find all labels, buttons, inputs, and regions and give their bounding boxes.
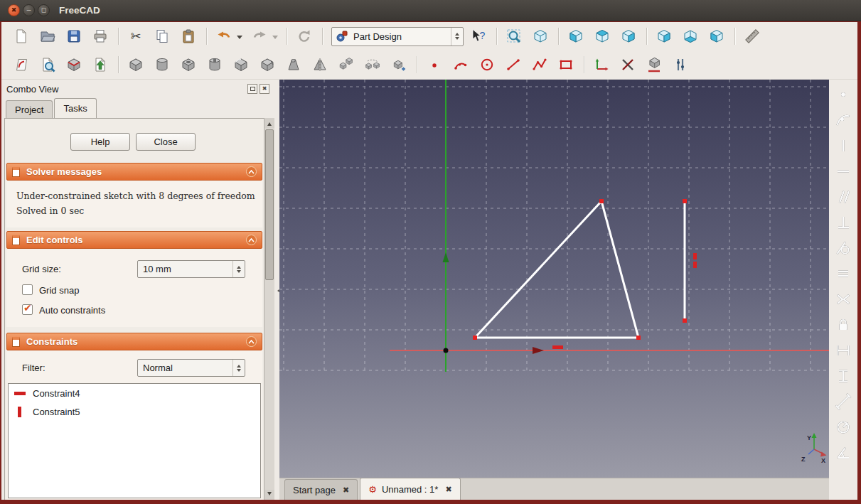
- edit-sketch-icon[interactable]: [38, 55, 58, 75]
- tab-unnamed-document[interactable]: ⚙ Unnamed : 1* ✖: [360, 478, 460, 500]
- spinner-arrows[interactable]: [232, 261, 245, 277]
- right-view-icon[interactable]: [619, 26, 638, 46]
- origin-point[interactable]: [444, 348, 449, 353]
- fit-all-icon[interactable]: [504, 26, 524, 46]
- draft-icon[interactable]: [284, 55, 304, 75]
- close-panel-icon[interactable]: ✖: [260, 84, 269, 94]
- constraint-markers[interactable]: [552, 253, 697, 349]
- top-view-icon[interactable]: [592, 26, 612, 46]
- redo-icon[interactable]: [250, 26, 269, 46]
- lock-constraint-icon[interactable]: [834, 316, 852, 334]
- auto-constraints-label[interactable]: Auto constraints: [39, 305, 105, 316]
- redo-dropdown-icon[interactable]: [272, 36, 278, 42]
- chamfer-icon[interactable]: [257, 55, 277, 75]
- vertical-distance-constraint-icon[interactable]: [834, 367, 852, 385]
- auto-constraints-checkbox[interactable]: [22, 304, 33, 315]
- help-button[interactable]: Help: [70, 133, 130, 151]
- scroll-down-icon[interactable]: [264, 490, 274, 500]
- undo-dropdown-icon[interactable]: [237, 36, 242, 42]
- new-sketch-icon[interactable]: [11, 55, 31, 75]
- pocket-icon[interactable]: [178, 55, 198, 75]
- equal-constraint-icon[interactable]: [834, 264, 852, 283]
- scroll-up-icon[interactable]: [264, 118, 274, 128]
- grid-snap-label[interactable]: Grid snap: [39, 285, 79, 296]
- panel-splitter[interactable]: [274, 80, 279, 500]
- constraint-list-item[interactable]: Constraint5: [9, 402, 260, 421]
- tangent-constraint-icon[interactable]: [834, 239, 852, 257]
- collapse-section-icon[interactable]: [246, 336, 257, 347]
- front-view-icon[interactable]: [566, 26, 586, 46]
- create-point-icon[interactable]: [424, 55, 444, 75]
- save-document-icon[interactable]: [64, 26, 84, 46]
- leave-sketch-icon[interactable]: [90, 55, 110, 75]
- create-line-icon[interactable]: [503, 55, 523, 75]
- point-on-object-constraint-icon[interactable]: [834, 111, 852, 129]
- map-sketch-icon[interactable]: [64, 55, 84, 75]
- float-panel-icon[interactable]: [247, 84, 257, 94]
- dropdown-arrows[interactable]: [232, 360, 245, 376]
- grid-snap-checkbox[interactable]: [22, 284, 33, 295]
- groove-icon[interactable]: [205, 55, 225, 75]
- constraints-filter-dropdown[interactable]: Normal: [137, 359, 245, 377]
- tab-project[interactable]: Project: [6, 100, 53, 118]
- left-view-icon[interactable]: [707, 26, 727, 46]
- polar-pattern-icon[interactable]: [363, 55, 383, 75]
- constraint-list-item[interactable]: Constraint4: [9, 384, 260, 402]
- workbench-selector-arrows[interactable]: [451, 28, 463, 45]
- create-arc-icon[interactable]: [451, 55, 471, 75]
- paste-icon[interactable]: [178, 26, 198, 46]
- rear-view-icon[interactable]: [654, 26, 674, 46]
- create-rectangle-icon[interactable]: [556, 55, 576, 75]
- copy-icon[interactable]: [152, 26, 172, 46]
- window-minimize-button[interactable]: −: [23, 4, 35, 16]
- tab-close-icon[interactable]: ✖: [343, 486, 349, 494]
- sketch-points[interactable]: [473, 199, 687, 340]
- horizontal-distance-constraint-icon[interactable]: [834, 341, 852, 360]
- bottom-view-icon[interactable]: [680, 26, 700, 46]
- distance-constraint-icon[interactable]: [834, 392, 852, 411]
- external-geometry-icon[interactable]: [592, 55, 611, 75]
- revolution-icon[interactable]: [152, 55, 172, 75]
- sketch-geometry[interactable]: [475, 201, 685, 338]
- collapse-section-icon[interactable]: [246, 166, 257, 177]
- whats-this-icon[interactable]: ?: [469, 26, 488, 46]
- edit-controls-header[interactable]: Edit controls: [6, 231, 262, 249]
- create-circle-icon[interactable]: [477, 55, 497, 75]
- open-document-icon[interactable]: [38, 26, 58, 46]
- multi-transform-icon[interactable]: [389, 55, 409, 75]
- measure-distance-icon[interactable]: [742, 26, 762, 46]
- undo-icon[interactable]: [214, 26, 234, 46]
- create-polyline-icon[interactable]: [530, 55, 550, 75]
- pad-icon[interactable]: [126, 55, 146, 75]
- close-button[interactable]: Close: [136, 133, 196, 151]
- solver-messages-header[interactable]: Solver messages: [6, 163, 262, 181]
- tab-tasks[interactable]: Tasks: [54, 98, 96, 118]
- angle-constraint-icon[interactable]: [834, 444, 852, 462]
- linear-pattern-icon[interactable]: [336, 55, 356, 75]
- window-close-button[interactable]: ✖: [8, 4, 20, 16]
- radius-constraint-icon[interactable]: [834, 418, 852, 436]
- sketch-elements-icon[interactable]: [670, 55, 690, 75]
- tab-close-icon[interactable]: ✖: [445, 486, 451, 493]
- combo-view-scrollbar[interactable]: [264, 118, 274, 500]
- trim-edge-icon[interactable]: [618, 55, 638, 75]
- horizontal-constraint-icon[interactable]: [834, 162, 852, 181]
- collapse-section-icon[interactable]: [246, 235, 257, 245]
- cut-icon[interactable]: ✂: [126, 26, 146, 46]
- coincident-constraint-icon[interactable]: [834, 85, 852, 104]
- print-icon[interactable]: [90, 26, 110, 46]
- scrollbar-thumb[interactable]: [265, 129, 274, 280]
- new-document-icon[interactable]: [11, 26, 31, 46]
- workbench-selector[interactable]: Part Design: [331, 27, 464, 46]
- perpendicular-constraint-icon[interactable]: [834, 213, 852, 232]
- tab-start-page[interactable]: Start page ✖: [284, 479, 358, 500]
- mirrored-icon[interactable]: [310, 55, 330, 75]
- grid-size-spinbox[interactable]: 10 mm: [137, 260, 245, 278]
- symmetric-constraint-icon[interactable]: [834, 290, 852, 309]
- window-maximize-button[interactable]: ◻: [38, 4, 50, 16]
- vertical-constraint-icon[interactable]: [834, 136, 852, 155]
- refresh-icon[interactable]: [294, 26, 314, 46]
- parallel-constraint-icon[interactable]: [834, 188, 852, 206]
- constraints-header[interactable]: Constraints: [6, 333, 262, 350]
- fillet-icon[interactable]: [231, 55, 251, 75]
